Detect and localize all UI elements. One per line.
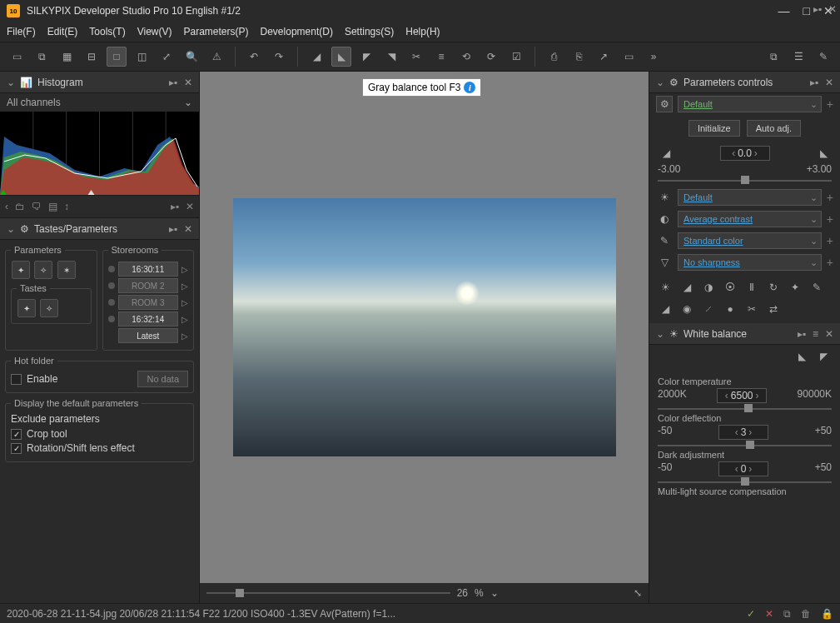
collapse4-icon[interactable]: ⌄ — [656, 328, 664, 340]
menu-edit[interactable]: Edit(E) — [47, 26, 78, 37]
tool-crop-icon[interactable]: ✂ — [406, 47, 426, 67]
sort-icon[interactable]: ↕ — [64, 201, 69, 212]
panel-menu2-icon[interactable]: ▸▪ — [171, 201, 179, 212]
menu-view[interactable]: View(V) — [137, 26, 172, 37]
tool-sliders-icon[interactable]: ☰ — [788, 47, 808, 67]
storeroom-3[interactable]: ROOM 3 — [118, 295, 179, 310]
wb-eq-icon[interactable]: ≡ — [813, 328, 818, 340]
enable-checkbox[interactable]: Enable — [11, 373, 57, 385]
minimize-button[interactable]: — — [778, 4, 790, 17]
menu-development[interactable]: Development(D) — [261, 26, 333, 37]
tool-check-icon[interactable]: ☑ — [506, 47, 526, 67]
color-temp-value[interactable]: ‹6500› — [717, 388, 767, 403]
panel-menu4-icon[interactable]: ▸▪ — [810, 77, 818, 88]
exposure-value[interactable]: ‹0.0› — [720, 146, 770, 161]
storeroom-3-arrow[interactable]: ▷ — [181, 298, 188, 307]
tool-wb2-icon[interactable]: ◥ — [381, 47, 401, 67]
storeroom-1-arrow[interactable]: ▷ — [181, 265, 188, 274]
menu-tools[interactable]: Tools(T) — [89, 26, 125, 37]
zoom-dropdown-icon[interactable]: ⌄ — [490, 587, 499, 599]
adj-curve-icon[interactable]: ⦿ — [721, 278, 739, 297]
color-add-icon[interactable]: + — [827, 234, 833, 247]
tool-layout1-icon[interactable]: ⧉ — [32, 47, 52, 67]
sharp-icon[interactable]: ▽ — [656, 254, 673, 271]
wb-add-icon[interactable]: + — [827, 191, 833, 204]
status-x-icon[interactable]: ✕ — [765, 608, 773, 620]
auto-adj-button[interactable]: Auto adj. — [747, 120, 801, 137]
adj-contrast-icon[interactable]: ◑ — [699, 278, 718, 297]
tool-rotate-right-icon[interactable]: ⟳ — [481, 47, 501, 67]
tool-warning-icon[interactable]: ⚠ — [206, 47, 226, 67]
color-dropdown[interactable]: Standard color — [678, 232, 822, 249]
adj-sun-icon[interactable]: ☀ — [656, 278, 674, 297]
adj-sphere-icon[interactable]: ● — [721, 300, 739, 318]
panel-menu3-icon[interactable]: ▸▪ — [169, 223, 177, 235]
folder-icon[interactable]: 🗀 — [15, 201, 25, 212]
status-check-icon[interactable]: ✓ — [747, 608, 755, 620]
storeroom-1[interactable]: 16:30:11 — [118, 262, 179, 277]
tool-grid-icon[interactable]: ▦ — [57, 47, 77, 67]
status-trash-icon[interactable]: 🗑 — [801, 608, 811, 620]
color-defl-value[interactable]: ‹3› — [718, 425, 768, 440]
sharp-add-icon[interactable]: + — [827, 256, 833, 269]
tool-compare-icon[interactable]: ⧉ — [763, 47, 783, 67]
layers-icon[interactable]: ▤ — [48, 201, 57, 212]
sharp-dropdown[interactable]: No sharpness — [678, 254, 822, 271]
status-lock-icon[interactable]: 🔒 — [821, 608, 833, 620]
tool-rotate-left-icon[interactable]: ⟲ — [456, 47, 476, 67]
tool-fullscreen-icon[interactable]: ⤢ — [157, 47, 176, 67]
tool-layout2-icon[interactable]: ⊟ — [82, 47, 102, 67]
exposure-icon2[interactable]: ◣ — [815, 145, 832, 162]
tool-export-icon[interactable]: ⎙ — [544, 47, 564, 67]
collapse3-icon[interactable]: ⌄ — [656, 77, 664, 88]
storeroom-2-arrow[interactable]: ▷ — [181, 282, 188, 291]
fit-icon[interactable]: ⤡ — [634, 587, 642, 599]
dark-adj-value[interactable]: ‹0› — [718, 461, 768, 476]
info-icon[interactable]: i — [464, 82, 475, 93]
param-btn-3[interactable]: ✶ — [57, 261, 76, 279]
panel-x2-icon[interactable]: ✕ — [184, 223, 192, 235]
adj-sync-icon[interactable]: ⇄ — [764, 300, 783, 318]
tool-redo-icon[interactable]: ↷ — [269, 47, 289, 67]
taste-btn-2[interactable]: ✧ — [40, 299, 58, 317]
dark-adj-slider[interactable] — [658, 481, 832, 483]
tool-batch-icon[interactable]: ⎘ — [569, 47, 589, 67]
adj-fish-icon[interactable]: ◉ — [678, 300, 696, 318]
collapse2-icon[interactable]: ⌄ — [7, 223, 15, 235]
tool-skin-icon[interactable]: ◤ — [356, 47, 376, 67]
no-data-button[interactable]: No data — [137, 371, 188, 387]
panel-x-icon[interactable]: ✕ — [184, 77, 192, 88]
exposure-icon[interactable]: ◢ — [658, 145, 674, 162]
image-canvas[interactable] — [200, 72, 649, 583]
tool-layers-icon[interactable]: ≡ — [431, 47, 451, 67]
wb-x-icon[interactable]: ✕ — [825, 328, 833, 340]
tool-exposure-icon[interactable]: ◢ — [306, 47, 326, 67]
panel-menu-icon[interactable]: ▸▪ — [169, 77, 177, 88]
tool-select-icon[interactable]: ▭ — [7, 47, 27, 67]
tool-brush-icon[interactable]: ✎ — [813, 47, 833, 67]
adj-tone-icon[interactable]: ◢ — [656, 300, 674, 318]
chat-icon[interactable]: 🗨 — [32, 201, 42, 212]
preset-gear-icon[interactable]: ⚙ — [656, 96, 673, 112]
wb-sun-icon[interactable]: ☀ — [656, 189, 673, 206]
preset-dropdown[interactable]: Default — [678, 96, 822, 112]
histogram-channels-dropdown[interactable]: All channels⌄ — [0, 93, 199, 112]
tool-single-icon[interactable]: □ — [107, 47, 127, 67]
taste-btn-1[interactable]: ✦ — [17, 299, 36, 317]
panel-close2-icon[interactable]: ✕ — [186, 201, 194, 212]
latest-button[interactable]: Latest — [118, 328, 179, 343]
tool-gray-balance-icon[interactable]: ◣ — [331, 47, 351, 67]
param-btn-2[interactable]: ✧ — [34, 261, 52, 279]
panel-x3-icon[interactable]: ✕ — [825, 77, 833, 88]
menu-help[interactable]: Help(H) — [405, 26, 440, 37]
zoom-slider[interactable] — [206, 592, 450, 594]
tool-share-icon[interactable]: ↗ — [594, 47, 614, 67]
tool-zoom-icon[interactable]: 🔍 — [181, 47, 201, 67]
adj-triangle-icon[interactable]: ◢ — [678, 278, 696, 297]
menu-settings[interactable]: Settings(S) — [345, 26, 394, 37]
storeroom-4[interactable]: 16:32:14 — [118, 312, 179, 326]
tool-undo-icon[interactable]: ↶ — [244, 47, 264, 67]
adj-crop-icon[interactable]: Ⅱ — [743, 278, 761, 297]
wb-dropdown[interactable]: Default — [678, 189, 822, 206]
param-btn-1[interactable]: ✦ — [12, 261, 30, 279]
